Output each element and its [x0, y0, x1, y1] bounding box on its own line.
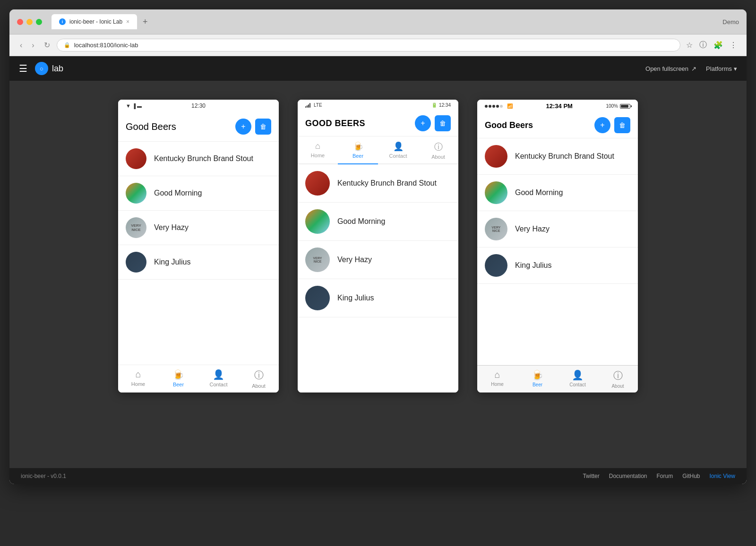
address-text: localhost:8100/ionic-lab — [74, 42, 138, 49]
ios-dot-3 — [492, 105, 495, 108]
ios-beer-name-1: Good Morning — [515, 188, 563, 197]
ios-topbar-actions: + 🗑 — [594, 117, 630, 133]
material-nav-about[interactable]: ⓘ About — [418, 136, 458, 163]
ios-beer-item-0[interactable]: Kentucky Brunch Brand Stout — [477, 138, 638, 175]
footer-version: ionic-beer - v0.0.1 — [21, 473, 66, 479]
android-phone: ▼ ▐ ▬ 12:30 Good Beers + 🗑 Kentucky Brun… — [118, 100, 279, 392]
ios-beer-item-3[interactable]: King Julius — [477, 247, 638, 284]
toolbar-icons: ☆ ⓘ 🧩 ⋮ — [684, 38, 739, 52]
minimize-window-button[interactable] — [26, 19, 33, 25]
android-tab-about[interactable]: ⓘ About — [239, 365, 279, 392]
about-icon: ⓘ — [254, 369, 264, 382]
android-beer-item-1[interactable]: Good Morning — [118, 176, 279, 211]
material-beer-avatar-0 — [305, 171, 330, 196]
android-tab-beer-label: Beer — [173, 382, 184, 387]
material-add-button[interactable]: + — [415, 115, 431, 131]
material-beer-item-3[interactable]: King Julius — [298, 279, 458, 317]
header-right: Open fullscreen ↗ Platforms ▾ — [645, 65, 737, 72]
material-beer-item-0[interactable]: Kentucky Brunch Brand Stout — [298, 164, 458, 203]
material-status-time: 12:34 — [439, 102, 451, 108]
android-beer-avatar-1 — [126, 183, 146, 204]
maximize-window-button[interactable] — [36, 19, 42, 25]
android-tab-beer[interactable]: 🍺 Beer — [158, 365, 198, 392]
footer-link-forum[interactable]: Forum — [656, 473, 673, 479]
ios-beer-avatar-1 — [485, 181, 507, 204]
material-beer-list: Kentucky Brunch Brand Stout Good Morning… — [298, 164, 458, 392]
material-topbar-actions: + 🗑 — [415, 115, 451, 131]
ios-dot-4 — [496, 105, 499, 108]
ios-dot-2 — [489, 105, 491, 108]
material-trash-button[interactable]: 🗑 — [435, 115, 451, 131]
ios-beer-item-1[interactable]: Good Morning — [477, 175, 638, 211]
android-beer-item-0[interactable]: Kentucky Brunch Brand Stout — [118, 142, 279, 176]
material-nav-beer[interactable]: 🍺 Beer — [338, 136, 378, 163]
back-button[interactable]: ‹ — [17, 39, 25, 51]
ios-status-left: 📶 — [485, 103, 513, 109]
android-topbar-actions: + 🗑 — [235, 119, 271, 135]
android-tab-home[interactable]: ⌂ Home — [118, 365, 158, 392]
material-app-title: GOOD BEERS — [305, 119, 365, 128]
ios-tab-about[interactable]: ⓘ About — [598, 366, 638, 392]
material-nav-home[interactable]: ⌂ Home — [298, 136, 338, 163]
ios-tab-contact-label: Contact — [569, 382, 585, 387]
extensions-icon[interactable]: 🧩 — [712, 39, 725, 51]
browser-toolbar: ‹ › ↻ 🔒 localhost:8100/ionic-lab ☆ ⓘ 🧩 ⋮ — [9, 34, 747, 56]
material-nav-contact[interactable]: 👤 Contact — [378, 136, 418, 163]
android-bottom-tabs: ⌂ Home 🍺 Beer 👤 Contact ⓘ About — [118, 365, 279, 392]
help-icon[interactable]: ⓘ — [697, 38, 709, 52]
ios-add-button[interactable]: + — [594, 117, 610, 133]
android-beer-item-3[interactable]: King Julius — [118, 245, 279, 280]
ios-phone: 📶 12:34 PM 100% Good Beers + 🗑 — [477, 100, 638, 392]
ios-tab-contact[interactable]: 👤 Contact — [558, 366, 598, 392]
material-beer-name-2: Very Hazy — [337, 256, 372, 264]
ios-tab-home[interactable]: ⌂ Home — [477, 366, 517, 392]
ios-tab-beer-label: Beer — [533, 382, 542, 387]
menu-icon[interactable]: ⋮ — [728, 39, 739, 51]
bookmark-icon[interactable]: ☆ — [684, 39, 695, 51]
ios-trash-button[interactable]: 🗑 — [614, 117, 630, 133]
android-signal-icon: ▐ — [132, 103, 136, 109]
forward-button[interactable]: › — [29, 39, 37, 51]
signal-bars-icon — [305, 103, 310, 108]
android-beer-list: Kentucky Brunch Brand Stout Good Morning… — [118, 142, 279, 365]
material-beer-item-2[interactable]: VERYNICE Very Hazy — [298, 241, 458, 279]
android-beer-name-2: Very Hazy — [154, 223, 189, 232]
ios-topbar: Good Beers + 🗑 — [477, 112, 638, 138]
footer-link-documentation[interactable]: Documentation — [609, 473, 647, 479]
ios-contact-icon: 👤 — [572, 369, 584, 381]
android-app-title: Good Beers — [126, 121, 176, 132]
refresh-button[interactable]: ↻ — [41, 39, 53, 51]
ionic-logo-text: lab — [52, 64, 63, 74]
android-beer-item-2[interactable]: VERYNICE Very Hazy — [118, 211, 279, 245]
android-trash-button[interactable]: 🗑 — [255, 119, 271, 135]
address-bar[interactable]: 🔒 localhost:8100/ionic-lab — [57, 39, 680, 51]
open-fullscreen-button[interactable]: Open fullscreen ↗ — [645, 65, 696, 72]
ios-beer-item-2[interactable]: VERYNICE Very Hazy — [477, 211, 638, 247]
ios-dot-5 — [500, 105, 503, 108]
ios-status-right: 100% — [606, 103, 630, 109]
material-phone: LTE 🔋 12:34 GOOD BEERS + 🗑 ⌂ Home — [298, 100, 458, 392]
tab-area: ionic-beer - Ionic Lab × + — [52, 14, 717, 29]
close-window-button[interactable] — [17, 19, 23, 25]
material-beer-avatar-1 — [305, 209, 330, 234]
android-tab-contact-label: Contact — [210, 382, 228, 387]
home-icon: ⌂ — [135, 369, 141, 380]
footer-link-ionic-view[interactable]: Ionic View — [710, 473, 735, 479]
footer-link-twitter[interactable]: Twitter — [583, 473, 599, 479]
android-tab-contact[interactable]: 👤 Contact — [198, 365, 239, 392]
ios-beer-avatar-2: VERYNICE — [485, 218, 507, 240]
android-add-button[interactable]: + — [235, 119, 251, 135]
footer-link-github[interactable]: GitHub — [682, 473, 700, 479]
new-tab-button[interactable]: + — [141, 17, 150, 27]
ios-beer-icon: 🍺 — [532, 369, 543, 381]
hamburger-icon[interactable]: ☰ — [19, 63, 27, 74]
ios-signal-dots — [485, 105, 503, 108]
ios-tab-beer[interactable]: 🍺 Beer — [517, 366, 558, 392]
material-status-bar: LTE 🔋 12:34 — [298, 100, 458, 111]
browser-tab[interactable]: ionic-beer - Ionic Lab × — [52, 14, 137, 29]
platforms-button[interactable]: Platforms ▾ — [706, 65, 737, 72]
tab-close-button[interactable]: × — [126, 18, 129, 25]
android-beer-avatar-0 — [126, 148, 146, 169]
material-beer-item-1[interactable]: Good Morning — [298, 203, 458, 241]
material-beer-avatar-2: VERYNICE — [305, 247, 330, 272]
